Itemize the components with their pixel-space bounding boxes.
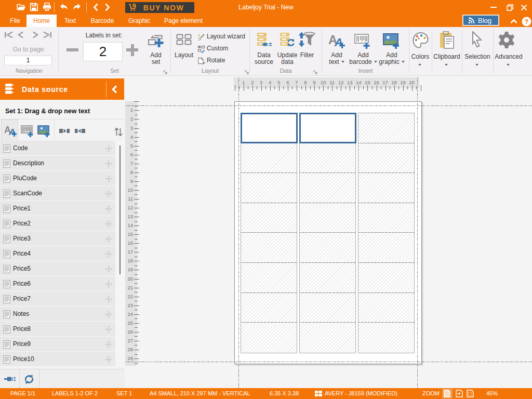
svg-text:?: ? [525,18,529,25]
